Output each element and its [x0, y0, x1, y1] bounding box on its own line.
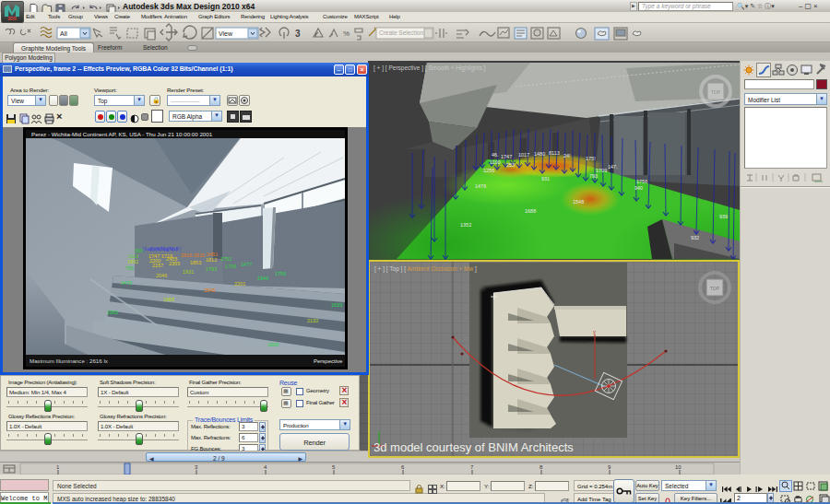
svg-text:3: 3	[295, 29, 301, 39]
svg-text:1017: 1017	[518, 152, 529, 158]
svg-text:1940: 1940	[257, 275, 268, 281]
svg-text:1100: 1100	[490, 159, 501, 165]
svg-text:2616 2615: 2616 2615	[181, 252, 205, 258]
svg-text:1476: 1476	[475, 183, 486, 189]
svg-text:Perspective: Perspective	[314, 358, 343, 364]
svg-text:2157: 2157	[152, 263, 163, 268]
svg-text:756: 756	[125, 265, 134, 271]
svg-text:10: 10	[675, 464, 682, 470]
svg-text:[ + ] [ Top ] [ Ambient Occlus: [ + ] [ Top ] [ Ambient Occlusion + Mw ]	[374, 265, 477, 273]
svg-text:46.: 46.	[492, 152, 499, 158]
svg-text:932: 932	[691, 235, 699, 240]
svg-text:1480: 1480	[534, 151, 545, 157]
svg-text:2132: 2132	[307, 318, 318, 323]
svg-text:1888: 1888	[163, 297, 174, 302]
svg-text:View: View	[219, 30, 233, 37]
svg-text:[ + ] [ Perspective ] [ Smooth: [ + ] [ Perspective ] [ Smooth + Highlig…	[374, 64, 486, 72]
svg-text:Maximum Illuminance : 2616 lx: Maximum Illuminance : 2616 lx	[30, 357, 109, 364]
svg-text:1639: 1639	[331, 302, 342, 308]
svg-text:2548: 2548	[204, 287, 215, 293]
svg-text:1256: 1256	[483, 168, 494, 173]
svg-text:253: 253	[506, 162, 515, 168]
svg-text:1892: 1892	[127, 259, 138, 264]
svg-text:8113: 8113	[549, 150, 560, 156]
svg-text:1751: 1751	[220, 256, 231, 262]
svg-text:1747: 1747	[501, 154, 512, 159]
svg-text:All: All	[60, 30, 67, 37]
svg-text:1695: 1695	[267, 342, 279, 347]
svg-text:1853: 1853	[190, 260, 201, 265]
svg-text:1352: 1352	[460, 222, 471, 228]
svg-text:1709: 1709	[225, 264, 236, 269]
svg-text:24!: 24!	[563, 153, 571, 158]
svg-text:░l.u|l|v|b|N|q|N|v|l░: ░l.u|l|v|b|N|q|N|v|l░	[142, 246, 182, 252]
svg-text:175!: 175!	[586, 156, 596, 161]
svg-text:1548: 1548	[573, 199, 584, 205]
svg-text:939: 939	[719, 214, 728, 219]
svg-text:1952: 1952	[107, 310, 118, 315]
svg-text:940: 940	[634, 185, 643, 191]
svg-text:1476: 1476	[121, 280, 132, 286]
svg-text:y: y	[593, 329, 596, 334]
svg-text:2355: 2355	[169, 261, 180, 266]
svg-text:1756: 1756	[275, 271, 286, 276]
svg-text:147.: 147.	[608, 164, 618, 170]
svg-text:1756: 1756	[636, 179, 647, 184]
svg-text:1793: 1793	[206, 266, 217, 272]
svg-text:2201: 2201	[234, 281, 245, 287]
svg-text:3d model courtesy of BNIM Arch: 3d model courtesy of BNIM Architects	[374, 440, 574, 454]
svg-text:931: 931	[541, 176, 550, 182]
svg-text:1688: 1688	[525, 208, 536, 214]
svg-text:TOP: TOP	[710, 286, 720, 291]
svg-text:TOP: TOP	[711, 89, 721, 95]
svg-text:793: 793	[589, 173, 598, 179]
svg-text:3DS: 3DS	[7, 16, 17, 21]
svg-text:1931: 1931	[183, 269, 194, 275]
svg-text:2046: 2046	[156, 273, 167, 278]
svg-text:%: %	[343, 29, 350, 38]
svg-text:Perez - Wichita-Mid Continent: Perez - Wichita-Mid Continent AP, KS, US…	[31, 131, 213, 137]
svg-text:1477: 1477	[241, 262, 252, 267]
svg-text:1812: 1812	[206, 257, 217, 263]
